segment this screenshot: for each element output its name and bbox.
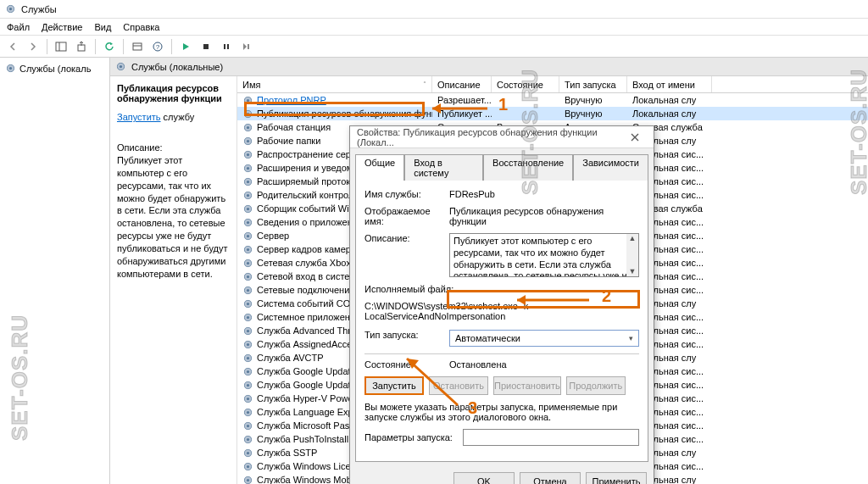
scroll-up-icon[interactable]: ▲ [626, 234, 638, 243]
forward-button[interactable] [24, 37, 42, 56]
service-icon [242, 475, 253, 485]
service-name: Сервер [257, 231, 289, 241]
service-icon [242, 407, 253, 418]
services-icon [5, 63, 16, 74]
service-icon [242, 217, 253, 228]
service-properties-dialog: Свойства: Публикация ресурсов обнаружени… [349, 125, 654, 484]
service-name: Служба Microsoft Passp [257, 420, 359, 431]
service-icon [242, 149, 253, 160]
service-icon [242, 190, 253, 201]
service-name: Расширяемый протоко [257, 176, 355, 186]
show-hide-button[interactable] [52, 37, 70, 56]
svg-rect-5 [133, 43, 142, 50]
service-name: Рабочие папки [257, 136, 320, 146]
service-icon [242, 461, 253, 472]
start-service-link[interactable]: Запустить [117, 112, 161, 122]
startup-type-select[interactable]: Автоматически ▾ [449, 330, 639, 347]
ok-button[interactable]: OK [453, 472, 515, 484]
tab-general[interactable]: Общие [355, 154, 404, 181]
label-service-name: Имя службы: [364, 189, 444, 199]
service-detail-pane: Публикация ресурсов обнаружения функции … [110, 76, 237, 484]
refresh-button[interactable] [100, 37, 119, 56]
label-display-name: Отображаемое имя: [364, 206, 444, 226]
export-button[interactable] [72, 37, 91, 56]
service-icon [242, 380, 253, 391]
col-logon[interactable]: Вход от имени [627, 76, 712, 92]
col-startup[interactable]: Тип запуска [559, 76, 627, 92]
startup-params-input[interactable] [463, 429, 639, 446]
cancel-button[interactable]: Отмена [520, 472, 581, 484]
help-button[interactable]: ? [148, 37, 167, 56]
window-titlebar: Службы [0, 0, 868, 19]
restart-button[interactable] [237, 37, 256, 56]
stop-button[interactable] [197, 37, 215, 56]
scroll-down-icon[interactable]: ▼ [626, 267, 638, 276]
tab-recovery[interactable]: Восстановление [483, 154, 573, 181]
pause-button[interactable] [217, 37, 236, 56]
dialog-titlebar[interactable]: Свойства: Публикация ресурсов обнаружени… [350, 126, 654, 148]
back-button[interactable] [3, 37, 22, 56]
service-icon [242, 353, 253, 364]
service-name: Система событий COM [257, 298, 358, 309]
service-icon [242, 285, 253, 296]
service-icon [242, 231, 253, 242]
value-exe: C:\WINDOWS\system32\svchost.exe -k Local… [364, 301, 639, 321]
svg-rect-10 [224, 44, 225, 49]
svg-rect-9 [203, 44, 209, 49]
help-text: Вы можете указать параметры запуска, при… [364, 402, 639, 422]
dialog-general-panel: Имя службы: FDResPub Отображаемое имя: П… [355, 180, 648, 462]
menu-help[interactable]: Справка [123, 22, 159, 32]
service-icon [242, 434, 253, 445]
service-name: Системное приложени [257, 312, 355, 322]
service-row[interactable]: Протокол PNRPРазрешает...ВручнуюЛокальна… [237, 93, 868, 107]
service-name: Расширения и уведомл [257, 163, 359, 173]
value-service-name: FDResPub [449, 189, 639, 199]
col-desc[interactable]: Описание [432, 76, 492, 92]
service-logon: Локальная слу [627, 95, 712, 105]
service-startup: Вручную [559, 95, 627, 105]
service-icon [242, 366, 253, 377]
svg-text:?: ? [156, 43, 160, 51]
service-name: Служба Advanced Threa [257, 325, 361, 336]
services-icon [115, 61, 126, 72]
service-name: Рабочая станция [257, 122, 331, 132]
service-name: Служба Language Expe [257, 407, 359, 417]
apply-button[interactable]: Применить [586, 472, 647, 484]
service-icon [242, 258, 253, 269]
play-button[interactable] [176, 37, 195, 56]
dialog-close-button[interactable] [623, 129, 647, 146]
menubar: Файл Действие Вид Справка [0, 19, 868, 36]
service-icon [242, 163, 253, 174]
resume-button: Продолжить [566, 376, 626, 395]
service-row[interactable]: Публикация ресурсов обнаружения функцииП… [237, 107, 868, 120]
properties-button[interactable] [128, 37, 147, 56]
label-state: Состояние: [364, 359, 444, 370]
service-name: Сведения о приложени [257, 217, 358, 227]
service-icon [242, 95, 253, 106]
description-box[interactable]: Публикует этот компьютер с его ресурсами… [449, 233, 639, 277]
service-name: Публикация ресурсов обнаружения функции [257, 108, 432, 119]
label-params: Параметры запуска: [364, 432, 458, 442]
tab-deps[interactable]: Зависимости [573, 154, 648, 181]
nav-node-services[interactable]: Службы (локаль [0, 61, 109, 75]
service-icon [242, 325, 253, 337]
start-button[interactable]: Запустить [364, 376, 424, 395]
tab-logon[interactable]: Вход в систему [404, 154, 483, 181]
col-name[interactable]: Имя ˄ [237, 76, 432, 92]
menu-action[interactable]: Действие [42, 22, 82, 32]
detail-service-name: Публикация ресурсов обнаружения функции [117, 83, 230, 103]
scrollbar[interactable]: ▲▼ [626, 234, 638, 276]
service-icon [242, 271, 253, 282]
service-name: Служба Google Update [257, 366, 356, 376]
service-name: Протокол PNRP [257, 95, 326, 105]
menu-view[interactable]: Вид [94, 22, 111, 32]
service-name: Служба AssignedAcces [257, 339, 357, 349]
window-title: Службы [21, 4, 57, 14]
nav-tree: Службы (локаль [0, 58, 110, 484]
content-header: Службы (локальные) [110, 58, 868, 76]
svg-rect-12 [248, 44, 249, 49]
app-icon [5, 3, 16, 14]
service-icon [242, 448, 253, 459]
col-state[interactable]: Состояние [492, 76, 559, 92]
menu-file[interactable]: Файл [7, 22, 30, 32]
